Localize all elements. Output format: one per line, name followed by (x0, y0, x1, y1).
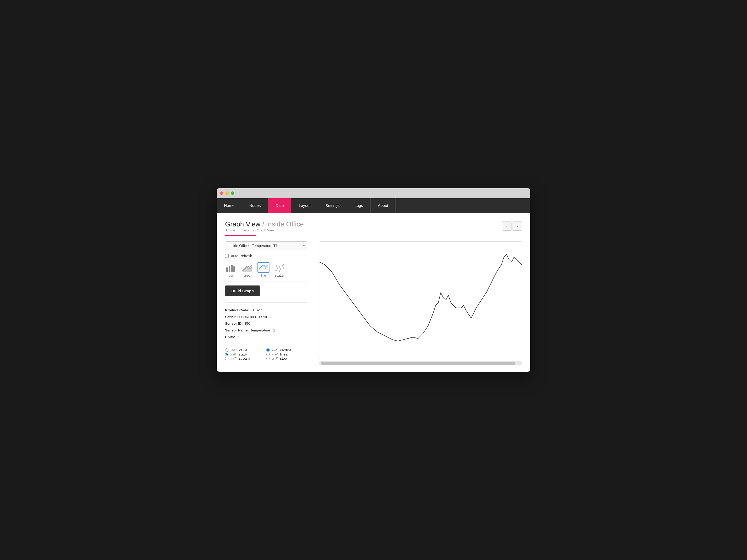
chart-type-bar[interactable]: bar (225, 262, 237, 277)
interpolation-radio-group: value stack (225, 348, 307, 361)
radio-step-input[interactable] (266, 357, 270, 360)
divider-1 (225, 282, 307, 282)
page-underline (225, 235, 256, 236)
navbar: Home Nodes Data Layout Settings Logs Abo… (217, 198, 530, 213)
svg-rect-0 (226, 267, 228, 272)
chart-type-selector: bar area (225, 262, 307, 277)
sensor-id-value: 350 (244, 320, 250, 327)
page-header: Graph View / Inside Office Home › Data ›… (225, 220, 522, 234)
chart-scrollbar[interactable] (319, 361, 522, 366)
radio-value-label: value (239, 348, 247, 352)
value-curve-icon (230, 348, 237, 352)
sensor-name-label: Sensor Name: (225, 327, 249, 334)
svg-point-11 (283, 267, 285, 268)
prev-button[interactable]: ‹ (502, 221, 512, 231)
radio-stream-label: stream (239, 356, 250, 361)
radio-value[interactable]: value (225, 348, 266, 352)
nav-home[interactable]: Home (217, 198, 242, 213)
scatter-icon (274, 262, 286, 273)
radio-value-input[interactable] (225, 348, 228, 352)
svg-point-7 (277, 268, 278, 269)
radio-linear-label: linear (280, 352, 289, 356)
sensor-dropdown[interactable]: Inside Office - Temperature T1 (225, 241, 307, 250)
nav-settings[interactable]: Settings (318, 198, 347, 213)
units-value: C (236, 334, 239, 341)
chart-area (314, 241, 522, 366)
radio-cardinal-label: cardinal (280, 348, 292, 352)
serial-label: Serial: (225, 314, 236, 320)
titlebar (217, 188, 530, 198)
nav-layout[interactable]: Layout (291, 198, 318, 213)
svg-point-6 (276, 270, 277, 271)
chart-type-line[interactable]: line (257, 262, 269, 277)
step-curve-icon (271, 356, 279, 361)
scrollbar-thumb[interactable] (321, 362, 515, 365)
close-button[interactable] (220, 191, 223, 195)
radio-stream-input[interactable] (225, 357, 228, 360)
next-button[interactable]: › (513, 221, 522, 231)
sidebar: Inside Office - Temperature T1 ▾ Auto Re… (225, 241, 314, 366)
radio-linear[interactable]: linear (266, 352, 308, 356)
breadcrumb: Home › Data › Graph View (225, 228, 304, 232)
nav-data[interactable]: Data (268, 198, 291, 213)
sensor-id-label: Sensor ID: (225, 320, 243, 327)
nav-logs[interactable]: Logs (347, 198, 370, 213)
sensor-id-row: Sensor ID: 350 (225, 320, 307, 327)
cardinal-curve-icon (271, 348, 279, 352)
radio-step-label: step (280, 356, 287, 361)
svg-rect-3 (233, 266, 235, 272)
page-content: Graph View / Inside Office Home › Data ›… (217, 213, 530, 372)
graph-container (319, 241, 522, 359)
radio-cardinal-input[interactable] (266, 348, 270, 352)
auto-refresh-label: Auto Refresh (231, 254, 252, 258)
linear-curve-icon (271, 352, 279, 356)
maximize-button[interactable] (231, 191, 234, 195)
nav-about[interactable]: About (370, 198, 396, 213)
area-label: area (244, 274, 250, 277)
bar-icon (225, 262, 237, 273)
sensor-name-value: Temperature T1 (250, 327, 275, 334)
product-code-value: TES-11 (251, 307, 263, 314)
units-label: Units: (225, 334, 235, 341)
auto-refresh-checkbox[interactable] (225, 254, 229, 258)
main-layout: Inside Office - Temperature T1 ▾ Auto Re… (225, 241, 522, 366)
scatter-label: scatter (275, 274, 284, 277)
radio-linear-input[interactable] (266, 353, 270, 356)
minimize-button[interactable] (225, 191, 229, 195)
nav-arrows: ‹ › (502, 221, 522, 231)
auto-refresh-row: Auto Refresh (225, 254, 307, 258)
chart-type-scatter[interactable]: scatter (274, 262, 286, 277)
radio-stack[interactable]: stack (225, 352, 266, 356)
bar-label: bar (229, 274, 233, 277)
radio-stack-input[interactable] (225, 353, 228, 356)
radio-stack-label: stack (239, 352, 247, 356)
sensor-name-row: Sensor Name: Temperature T1 (225, 327, 307, 334)
stream-curve-icon (230, 356, 237, 361)
svg-point-13 (279, 270, 280, 272)
divider-3 (225, 344, 307, 344)
divider-2 (225, 302, 307, 303)
area-icon (241, 262, 253, 273)
radio-step[interactable]: step (266, 356, 308, 361)
serial-row: Serial: 000D6F00010B73C3 (225, 314, 307, 320)
stack-curve-icon (230, 352, 237, 356)
radio-cardinal[interactable]: cardinal (266, 348, 308, 352)
radio-stream[interactable]: stream (225, 356, 266, 361)
units-row: Units: C (225, 334, 307, 341)
info-table: Product Code: TES-11 Serial: 000D6F00010… (225, 307, 307, 340)
svg-point-8 (279, 266, 280, 267)
svg-point-9 (280, 268, 282, 270)
app-window: Home Nodes Data Layout Settings Logs Abo… (217, 188, 530, 372)
page-title: Graph View / Inside Office (225, 220, 304, 228)
chart-line (319, 255, 522, 341)
svg-rect-1 (229, 266, 230, 272)
chart-type-area[interactable]: area (241, 262, 253, 277)
svg-point-10 (282, 265, 283, 266)
build-graph-button[interactable]: Build Graph (225, 286, 260, 296)
nav-nodes[interactable]: Nodes (242, 198, 268, 213)
svg-point-14 (283, 264, 284, 265)
serial-value: 000D6F00010B73C3 (237, 314, 271, 320)
line-chart-svg (319, 242, 522, 359)
product-code-row: Product Code: TES-11 (225, 307, 307, 314)
line-icon (257, 262, 269, 273)
